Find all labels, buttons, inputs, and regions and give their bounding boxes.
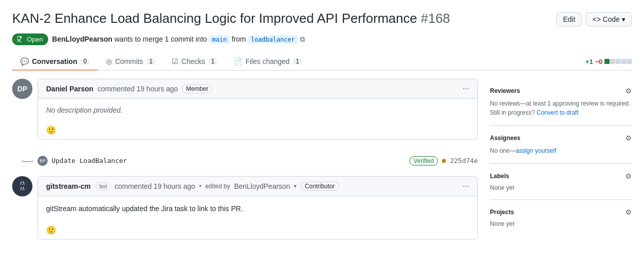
emoji-button-gitstream[interactable]: 🙂 — [46, 226, 56, 234]
sidebar-reviewers-title: Reviewers — [490, 87, 520, 94]
tab-checks[interactable]: ☑ Checks 1 — [164, 53, 225, 71]
tab-conversation[interactable]: 💬 Conversation 0 — [12, 53, 98, 71]
sidebar-labels-title: Labels — [490, 173, 509, 180]
commit-avatar: BP — [37, 156, 48, 166]
diff-stats: +1 −0 — [585, 58, 632, 65]
avatar-daniel-img: DP — [12, 79, 32, 99]
badge-bot-gitstream: bot — [96, 182, 110, 190]
tab-conversation-count: 0 — [80, 58, 90, 65]
diff-bar-5 — [627, 59, 632, 64]
projects-gear-icon[interactable]: ⚙ — [625, 208, 632, 216]
avatar-daniel: DP — [12, 79, 32, 99]
assignees-gear-icon[interactable]: ⚙ — [625, 134, 632, 142]
tab-files-changed[interactable]: 📄 Files changed 1 — [225, 53, 310, 71]
code-button-label: <> Code — [592, 15, 620, 23]
convert-to-draft-link[interactable]: Convert to draft — [537, 109, 579, 116]
edited-by-link-gitstream[interactable]: BenLloydPearson — [234, 182, 290, 190]
pr-number: #168 — [421, 11, 450, 26]
emoji-button-daniel[interactable]: 🙂 — [46, 126, 56, 134]
sidebar-assignees: Assignees ⚙ No one—assign yourself — [490, 126, 632, 164]
comment-footer-gitstream: 🙂 — [38, 221, 477, 239]
pr-merge-info: wants to merge 1 commit into — [115, 35, 209, 43]
pr-author: BenLloydPearson — [52, 35, 112, 43]
comment-author-gitstream: gitstream-cm — [46, 182, 91, 190]
comment-header-gitstream: gitstream-cm bot commented 19 hours ago … — [38, 177, 477, 196]
commit-hash: 225d74e — [450, 157, 478, 164]
sidebar-projects-title: Projects — [490, 209, 514, 216]
open-icon — [17, 36, 24, 43]
tabs-left: 💬 Conversation 0 ◎ Commits 1 ☑ Checks 1 … — [12, 53, 310, 70]
sidebar: Reviewers ⚙ No reviews—at least 1 approv… — [490, 79, 632, 252]
pr-from-text: from — [232, 35, 248, 43]
avatar-gitstream: /:\/:\ — [12, 176, 32, 196]
reviewers-gear-icon[interactable]: ⚙ — [625, 87, 632, 95]
pr-title-text: KAN-2 Enhance Load Balancing Logic for I… — [12, 11, 417, 26]
conversation-icon: 💬 — [20, 57, 29, 65]
sidebar-reviewers-header: Reviewers ⚙ — [490, 87, 632, 95]
diff-bar-2 — [610, 59, 615, 64]
edit-button[interactable]: Edit — [556, 12, 582, 26]
commit-message: Update LoadBalancer — [52, 157, 405, 164]
tab-checks-label: Checks — [181, 57, 205, 65]
commit-row: ◦—◦ BP Update LoadBalancer Verified 225d… — [21, 152, 478, 170]
sidebar-labels: Labels ⚙ None yet — [490, 164, 632, 200]
diff-bar-1 — [604, 59, 610, 64]
comment-card-gitstream: gitstream-cm bot commented 19 hours ago … — [37, 176, 478, 240]
comment-header-daniel: Daniel Parson commented 19 hours ago Mem… — [38, 79, 477, 99]
sidebar-assignees-no-one: No one— — [490, 147, 516, 154]
code-button[interactable]: <> Code ▾ — [586, 12, 632, 26]
commit-dot — [442, 159, 446, 163]
comment-row-gitstream: /:\/:\ gitstream-cm bot commented 19 hou… — [12, 176, 478, 246]
tab-commits[interactable]: ◎ Commits 1 — [98, 53, 164, 71]
dropdown-arrow-gitstream: ▾ — [294, 183, 296, 189]
comment-time-gitstream: commented 19 hours ago — [115, 182, 195, 190]
main-layout: DP Daniel Parson commented 19 hours ago … — [12, 79, 632, 252]
three-dots-gitstream[interactable]: ··· — [463, 182, 469, 191]
comment-author-daniel: Daniel Parson — [46, 85, 93, 93]
sidebar-projects: Projects ⚙ None yet — [490, 200, 632, 235]
open-badge: Open — [12, 33, 48, 45]
assign-yourself-link[interactable]: assign yourself — [516, 147, 556, 154]
pr-status-row: Open BenLloydPearson wants to merge 1 co… — [12, 33, 632, 45]
commit-branch-icon: ◦—◦ — [21, 157, 33, 165]
labels-gear-icon[interactable]: ⚙ — [625, 172, 632, 180]
copy-icon[interactable]: ⧉ — [300, 35, 305, 43]
sidebar-reviewers-secondary: Still in progress? Convert to draft — [490, 108, 632, 117]
comment-header-right-daniel: ··· — [463, 84, 469, 93]
three-dots-daniel[interactable]: ··· — [463, 84, 469, 93]
diff-del: −0 — [595, 58, 602, 65]
comment-time-daniel: commented 19 hours ago — [97, 85, 178, 93]
comment-header-left-gitstream: gitstream-cm bot commented 19 hours ago … — [46, 182, 339, 191]
comment-card-daniel: Daniel Parson commented 19 hours ago Mem… — [37, 79, 478, 140]
tab-checks-count: 1 — [208, 58, 218, 65]
comment-body-gitstream: gitStream automatically updated the Jira… — [38, 196, 477, 221]
files-icon: 📄 — [234, 57, 242, 65]
main-content: DP Daniel Parson commented 19 hours ago … — [12, 79, 478, 252]
diff-bars — [604, 59, 632, 64]
sidebar-reviewers-secondary-text: Still in progress? — [490, 109, 535, 116]
edited-text-gitstream: • — [199, 183, 201, 190]
tabs-row: 💬 Conversation 0 ◎ Commits 1 ☑ Checks 1 … — [12, 53, 632, 71]
sidebar-reviewers-text: No reviews—at least 1 approving review i… — [490, 99, 632, 108]
chevron-down-icon: ▾ — [622, 15, 625, 23]
pr-meta: BenLloydPearson wants to merge 1 commit … — [52, 35, 305, 44]
tab-files-count: 1 — [293, 58, 302, 65]
tab-files-label: Files changed — [245, 57, 289, 65]
pr-title: KAN-2 Enhance Load Balancing Logic for I… — [12, 10, 548, 27]
sidebar-assignees-text: No one—assign yourself — [490, 146, 632, 155]
sidebar-labels-header: Labels ⚙ — [490, 172, 632, 180]
edited-by-gitstream: edited by — [205, 183, 230, 190]
diff-add: +1 — [585, 58, 593, 65]
sidebar-reviewers: Reviewers ⚙ No reviews—at least 1 approv… — [490, 79, 632, 126]
pr-title-buttons: Edit <> Code ▾ — [556, 10, 632, 26]
badge-member-daniel: Member — [182, 84, 212, 93]
checks-icon: ☑ — [172, 57, 178, 65]
comment-no-desc-daniel: No description provided. — [46, 106, 469, 114]
open-badge-label: Open — [27, 36, 43, 43]
tab-commits-count: 1 — [146, 58, 156, 65]
sidebar-projects-header: Projects ⚙ — [490, 208, 632, 216]
comment-footer-daniel: 🙂 — [38, 121, 477, 139]
tab-commits-label: Commits — [115, 57, 143, 65]
commit-right: Verified 225d74e — [409, 156, 478, 165]
pr-title-row: KAN-2 Enhance Load Balancing Logic for I… — [12, 10, 632, 27]
